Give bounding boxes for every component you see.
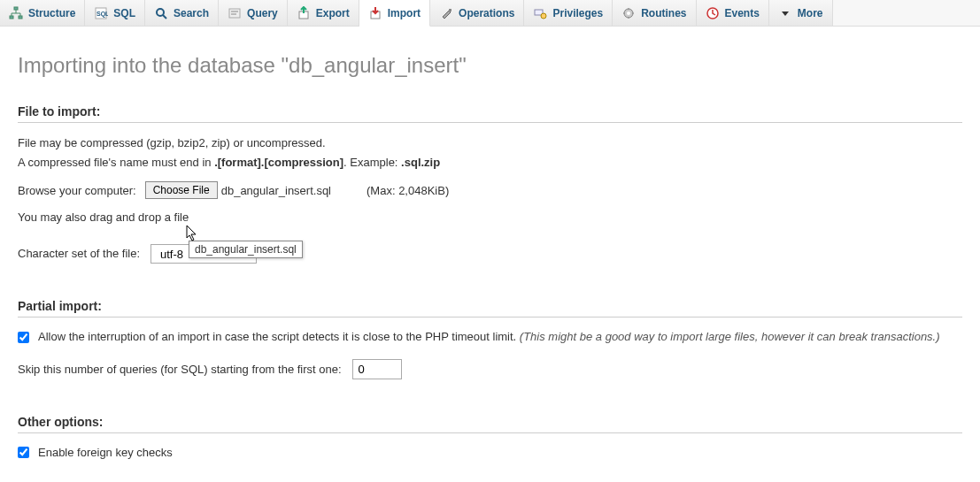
chosen-filename: db_angular_insert.sql [221, 184, 331, 197]
choose-file-button[interactable]: Choose File [145, 181, 218, 199]
tab-import[interactable]: Import [359, 0, 430, 27]
tab-label: Events [725, 7, 760, 19]
svg-rect-0 [14, 7, 18, 10]
events-icon [706, 6, 720, 20]
privileges-icon [533, 6, 547, 20]
tab-label: Import [388, 7, 421, 19]
fk-checkbox[interactable] [18, 447, 29, 458]
fk-label: Enable foreign key checks [38, 446, 173, 459]
tab-structure[interactable]: Structure [0, 0, 85, 26]
tab-events[interactable]: Events [697, 0, 769, 26]
tab-routines[interactable]: Routines [613, 0, 696, 26]
tab-privileges[interactable]: Privileges [524, 0, 613, 26]
allow-interrupt-row: Allow the interruption of an import in c… [18, 330, 962, 343]
allow-interrupt-checkbox[interactable] [18, 332, 29, 343]
file-tooltip: db_angular_insert.sql [189, 241, 303, 258]
max-size-label: (Max: 2,048KiB) [367, 184, 449, 197]
tab-label: Operations [459, 7, 514, 19]
drag-drop-text: You may also drag and drop a file [18, 210, 962, 226]
charset-label: Character set of the file: [18, 247, 140, 260]
tab-export[interactable]: Export [288, 0, 359, 26]
fk-row: Enable foreign key checks [18, 446, 962, 459]
tab-label: Routines [641, 7, 686, 19]
allow-interrupt-text: Allow the interruption of an import in c… [38, 330, 520, 343]
tab-query[interactable]: Query [219, 0, 288, 26]
svg-rect-12 [449, 9, 451, 11]
tab-label: More [798, 7, 823, 19]
svg-point-16 [627, 11, 630, 15]
tab-operations[interactable]: Operations [430, 0, 524, 26]
svg-rect-2 [19, 16, 22, 19]
export-icon [297, 6, 311, 20]
svg-text:SQL: SQL [96, 11, 108, 18]
routines-icon [621, 6, 636, 20]
tab-search[interactable]: Search [145, 0, 219, 26]
tab-label: Privileges [552, 7, 603, 19]
charset-row: Character set of the file: utf-8 [18, 244, 962, 264]
svg-line-6 [163, 15, 166, 19]
file-section-heading: File to import: [18, 104, 962, 123]
skip-label: Skip this number of queries (for SQL) st… [18, 363, 342, 376]
operations-icon [439, 6, 453, 20]
tab-sql[interactable]: SQLSQL [85, 0, 145, 26]
svg-point-14 [541, 13, 546, 19]
tab-label: SQL [113, 7, 135, 19]
tabs-bar: StructureSQLSQLSearchQueryExportImportOp… [0, 0, 980, 27]
partial-section-heading: Partial import: [18, 299, 962, 318]
sql-icon: SQL [94, 6, 108, 20]
more-icon [778, 6, 792, 20]
browse-label: Browse your computer: [18, 184, 136, 197]
search-icon [154, 6, 168, 20]
compress-info-2: A compressed file's name must end in .[f… [18, 155, 962, 171]
query-icon [228, 6, 242, 20]
svg-rect-1 [10, 16, 13, 19]
content-area: Importing into the database "db_angular_… [0, 27, 980, 482]
skip-input[interactable] [352, 359, 402, 379]
import-icon [368, 6, 382, 20]
other-section-heading: Other options: [18, 415, 962, 433]
svg-rect-7 [229, 9, 240, 18]
tab-label: Export [316, 7, 350, 19]
allow-interrupt-note: (This might be a good way to import larg… [520, 330, 940, 343]
skip-row: Skip this number of queries (for SQL) st… [18, 359, 962, 379]
tab-more[interactable]: More [769, 0, 833, 26]
page-title: Importing into the database "db_angular_… [18, 53, 962, 78]
browse-row: Browse your computer: Choose File db_ang… [18, 181, 962, 199]
compress-info-1: File may be compressed (gzip, bzip2, zip… [18, 135, 962, 151]
svg-point-5 [157, 9, 164, 16]
tab-label: Search [174, 7, 209, 19]
tab-label: Structure [28, 7, 75, 19]
cursor-icon [186, 225, 200, 242]
structure-icon [9, 6, 23, 20]
tab-label: Query [247, 7, 278, 19]
